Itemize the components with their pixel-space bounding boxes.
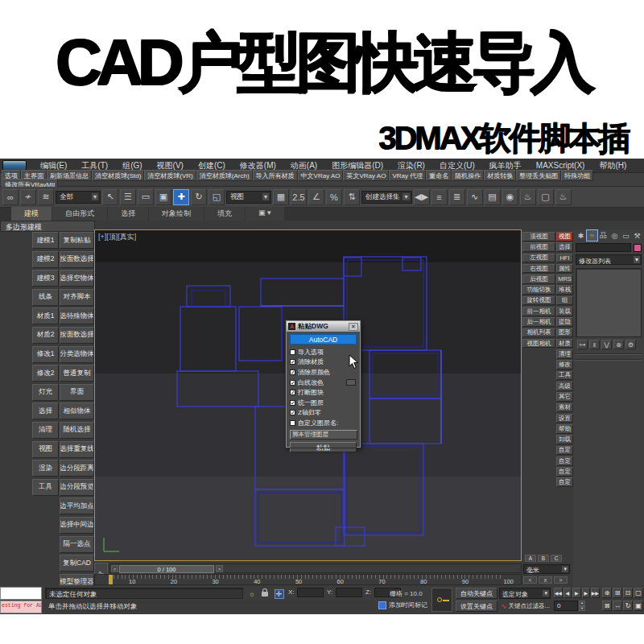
viewport-label[interactable]: [+][顶][真实] bbox=[98, 232, 136, 242]
category-nav-button[interactable]: 装载 bbox=[556, 307, 573, 316]
category-nav-button[interactable]: MRS bbox=[556, 275, 573, 284]
menu-item[interactable]: 帮助(H) bbox=[592, 159, 634, 171]
window-crossing-icon[interactable]: ▣ bbox=[155, 189, 171, 205]
dialog-titlebar[interactable]: A 粘贴DWG ✕ bbox=[287, 321, 360, 332]
sidebar-button[interactable]: 修改2 bbox=[32, 365, 59, 382]
unlink-selection-icon[interactable]: ≁ bbox=[20, 189, 36, 205]
view-nav-button[interactable]: 后视图 bbox=[522, 275, 555, 284]
category-nav-button[interactable]: 帮助 bbox=[556, 424, 573, 434]
frame-spinner[interactable]: ▲▼ bbox=[579, 601, 585, 611]
strip-arrow-button[interactable]: > bbox=[554, 576, 568, 584]
render-icon[interactable]: ♨ bbox=[555, 189, 572, 205]
dialog-option-row[interactable]: 导入选项 bbox=[290, 347, 357, 357]
view-nav-button[interactable]: 相机列表 bbox=[522, 328, 555, 338]
sidebar-button[interactable]: 边分段距离 bbox=[60, 460, 94, 477]
category-nav-button[interactable]: 堆栈 bbox=[556, 285, 573, 295]
hierarchy-tab[interactable]: 品 bbox=[598, 230, 609, 241]
schematic-view-icon[interactable]: ▤ bbox=[485, 189, 501, 205]
view-nav-button[interactable]: 顶视图 bbox=[522, 232, 555, 242]
key-filters-button[interactable]: ∿ 关键点过滤器... bbox=[499, 601, 551, 612]
category-nav-button[interactable]: 自定 bbox=[556, 446, 573, 456]
make-unique-icon[interactable]: ⋁ bbox=[601, 340, 612, 349]
dialog-option-row[interactable]: 自定义图层名: bbox=[290, 418, 357, 428]
category-nav-button[interactable]: 选择 bbox=[556, 242, 573, 252]
strip-arrow-button[interactable]: < bbox=[523, 576, 537, 584]
category-nav-button[interactable]: 卸载 bbox=[556, 435, 573, 444]
pan-icon[interactable]: ↔ bbox=[613, 601, 622, 611]
reference-coordinate-dropdown[interactable]: 视图 bbox=[226, 191, 271, 204]
object-name-field[interactable] bbox=[576, 243, 631, 252]
close-icon[interactable]: ✕ bbox=[349, 323, 358, 331]
sidebar-button[interactable]: 相似物体 bbox=[60, 402, 94, 419]
align-icon[interactable]: ≡ bbox=[431, 189, 448, 205]
maximize-viewport-icon[interactable]: ▣ bbox=[634, 601, 643, 611]
category-nav-button[interactable]: 修改 bbox=[556, 360, 573, 369]
key-selection-dropdown[interactable]: 选定对象 bbox=[499, 588, 551, 599]
set-keys-button[interactable] bbox=[431, 588, 452, 612]
view-nav-button[interactable]: 功能切换 bbox=[522, 285, 555, 295]
category-nav-button[interactable]: 自定 bbox=[556, 477, 573, 487]
category-nav-button[interactable]: 提隐 bbox=[556, 317, 573, 327]
bind-to-spacewarp-icon[interactable]: ≋ bbox=[38, 189, 54, 205]
abc-tab[interactable]: B bbox=[538, 555, 549, 562]
plugin-button[interactable]: 材质转换 bbox=[484, 170, 516, 181]
modifier-stack-list[interactable] bbox=[576, 268, 642, 337]
plugin-button[interactable]: 英文VRay AO bbox=[343, 170, 389, 181]
ribbon-tab[interactable]: ▣ ▾ bbox=[246, 207, 284, 221]
checkbox[interactable] bbox=[290, 380, 295, 386]
checkbox[interactable] bbox=[290, 369, 295, 375]
plugin-button[interactable]: 重命名 bbox=[426, 170, 452, 181]
display-tab[interactable]: ▭ bbox=[621, 230, 631, 241]
plugin-button[interactable]: 清空材质球(Std) bbox=[92, 170, 144, 181]
select-and-rotate-icon[interactable]: ↻ bbox=[191, 189, 207, 205]
modifier-list-dropdown[interactable]: 修改器列表 bbox=[576, 254, 642, 265]
zoom-extents-icon[interactable]: ⊡ bbox=[623, 588, 633, 598]
view-nav-button[interactable]: 右视图 bbox=[522, 264, 555, 274]
sidebar-button[interactable]: 材质1 bbox=[32, 308, 59, 324]
dialog-option-row[interactable]: Z轴归零 bbox=[290, 408, 357, 419]
go-to-end-button[interactable]: ▶▶ bbox=[591, 588, 600, 598]
checkbox[interactable] bbox=[290, 349, 295, 355]
y-coordinate-field[interactable] bbox=[336, 588, 362, 597]
set-key-button[interactable]: 设置关键点 bbox=[456, 601, 497, 612]
dialog-option-row[interactable]: 清除层颜色 bbox=[290, 367, 357, 378]
select-and-manipulate-icon[interactable]: ▦ bbox=[273, 189, 289, 205]
dialog-option-row[interactable]: 统一图层 bbox=[290, 398, 357, 408]
sidebar-button[interactable]: 按面数选择 bbox=[60, 251, 94, 268]
sidebar-button[interactable]: 选择空物体 bbox=[60, 270, 94, 287]
ribbon-tab[interactable]: 自由形式 bbox=[52, 207, 107, 221]
select-and-link-icon[interactable]: ∞ bbox=[2, 189, 19, 205]
sidebar-button[interactable]: 隔一选点 bbox=[60, 536, 94, 553]
time-forward-arrow[interactable]: > bbox=[216, 565, 223, 572]
previous-frame-button[interactable]: ◀ bbox=[564, 588, 572, 598]
layer-name-input[interactable] bbox=[290, 430, 357, 440]
checkbox[interactable] bbox=[290, 390, 295, 395]
sidebar-button[interactable]: 建模3 bbox=[32, 270, 59, 287]
sidebar-button[interactable]: 灯光 bbox=[32, 384, 59, 401]
category-nav-button[interactable]: 其它 bbox=[556, 392, 573, 402]
sidebar-button[interactable]: 视图 bbox=[32, 441, 59, 458]
remove-modifier-icon[interactable]: ⊗ bbox=[613, 340, 624, 349]
dialog-option-row[interactable]: 白线改色 bbox=[290, 378, 357, 388]
angle-snap-icon[interactable]: ∠ bbox=[308, 189, 324, 205]
plugin-button[interactable]: 特殊功能 bbox=[561, 170, 593, 181]
abc-tab[interactable]: C bbox=[551, 555, 562, 562]
x-coordinate-field[interactable] bbox=[297, 588, 324, 597]
category-nav-button[interactable]: 素材 bbox=[556, 403, 573, 413]
category-nav-button[interactable]: 视图 bbox=[556, 232, 573, 242]
selection-region-icon[interactable]: ▭ bbox=[138, 189, 154, 205]
checkbox[interactable] bbox=[290, 410, 295, 415]
transform-type-in-icon[interactable]: ✛ bbox=[274, 588, 284, 599]
view-nav-button[interactable]: 后一相机 bbox=[522, 317, 555, 327]
modify-tab[interactable]: ⌔ bbox=[587, 230, 597, 241]
time-back-arrow[interactable]: < bbox=[111, 565, 118, 572]
next-frame-button[interactable]: ▶ bbox=[582, 588, 591, 598]
plugin-button[interactable]: 清空材质球(VR) bbox=[144, 170, 196, 181]
units-dropdown[interactable]: 毫米 bbox=[523, 564, 570, 574]
category-nav-button[interactable]: 材质 bbox=[556, 339, 573, 349]
auto-key-button[interactable]: 自动关键点 bbox=[456, 588, 497, 599]
zoom-extents-all-icon[interactable]: ▢ bbox=[634, 588, 643, 598]
go-to-start-button[interactable]: ◀◀ bbox=[554, 588, 563, 598]
view-nav-button[interactable]: 视图相机 bbox=[522, 339, 555, 349]
sidebar-button[interactable]: 边平均加点 bbox=[60, 497, 94, 514]
